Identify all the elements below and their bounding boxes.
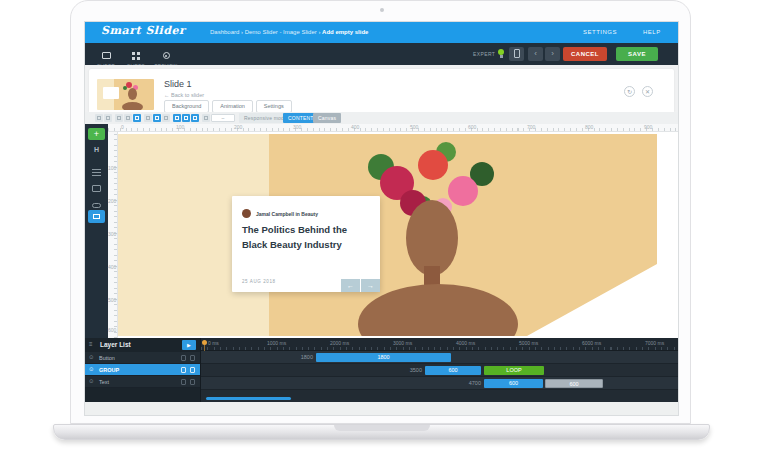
timeline-scrollbar[interactable] [206,397,291,400]
ruler-label: 500 [108,297,116,303]
editor-canvas[interactable]: Jamal Campbell in Beauty The Politics Be… [118,132,678,338]
delete-layer-icon[interactable] [190,355,195,361]
vertical-ruler: 100 200 300 400 500 600 [108,132,118,338]
slide-header-region: Slide 1 ← Back to slider Background Anim… [85,65,678,112]
add-layer-button[interactable]: + [88,128,105,140]
delete-slide-icon[interactable]: ✕ [642,86,653,97]
in-animation-bar[interactable]: 600 [484,379,543,388]
ruler-label: 100 [108,165,116,171]
time-tick-label: 2000 ms [330,340,349,346]
breadcrumb-dashboard[interactable]: Dashboard [210,29,239,35]
ruler-label: 600 [108,327,116,333]
background-wedge [527,264,657,336]
visibility-eye-icon[interactable]: ⊙ [89,354,94,360]
grid-toggle-button[interactable] [202,114,210,122]
valign-top-button[interactable] [144,114,152,122]
timeline-row-text: 4700 600 600 [201,377,678,390]
breadcrumb-current: Add empty slide [322,29,368,35]
in-animation-bar[interactable]: 1800 [316,353,451,362]
settings-link[interactable]: SETTINGS [583,29,617,35]
heading-layer-button[interactable]: H [85,146,108,153]
delay-value: 4700 [426,379,481,388]
flower-shape [448,176,478,206]
slider-arrows: ← → [341,279,380,292]
save-button[interactable]: SAVE [616,47,658,61]
smart-slider-logo[interactable]: Smart Slider [101,24,185,37]
play-animation-button[interactable]: ▶ [182,340,196,350]
timeline-ticks [201,347,678,350]
ruler-label: 200 [108,198,116,204]
cancel-button[interactable]: CANCEL [563,47,607,61]
valign-middle-button[interactable] [153,114,161,122]
device-tablet-button[interactable] [182,114,190,122]
back-to-slider-label: Back to slider [171,92,204,98]
layers-icon [93,214,100,219]
layers-panel-toggle[interactable] [88,210,105,223]
breadcrumb-slider[interactable]: Demo Slider - Image Slider [245,29,317,35]
out-animation-bar[interactable]: 600 [545,379,603,388]
tab-preview[interactable]: PREVIEW [153,45,179,63]
delete-layer-icon[interactable] [190,379,195,385]
undo-icon-button[interactable] [95,114,103,122]
redo-icon-button[interactable] [104,114,112,122]
folder-icon[interactable]: ⊙ [89,366,94,372]
valign-bottom-button[interactable] [162,114,170,122]
time-tick-label: 1000 ms [267,340,286,346]
ruler-label: 400 [108,264,116,270]
thumb-body [122,102,143,110]
delete-layer-icon[interactable] [190,367,195,373]
slides-grid-icon [132,52,135,55]
loop-animation-bar[interactable]: LOOP [484,366,544,375]
layer-list-title: Layer List [100,341,131,348]
previous-arrow-button[interactable]: ← [341,279,360,292]
help-link[interactable]: HELP [643,29,661,35]
layer-row-group[interactable]: ⊙ GROUP [85,364,200,376]
in-animation-bar[interactable]: 600 [425,366,481,375]
ruler-label: 800 [585,124,593,130]
horizontal-ruler: 0 100 200 300 400 500 600 700 800 900 [108,124,678,132]
align-right-button[interactable] [133,114,141,122]
duplicate-layer-icon[interactable] [181,355,186,361]
device-mobile-button[interactable] [191,114,199,122]
slide-artwork[interactable]: Jamal Campbell in Beauty The Politics Be… [118,134,657,336]
author-avatar [242,209,251,218]
layer-row-text[interactable]: ⊙ Text [85,376,200,388]
align-left-button[interactable] [115,114,123,122]
next-arrow-button[interactable]: → [361,279,380,292]
ruler-label: 300 [108,231,116,237]
duplicate-slide-icon[interactable]: ↻ [624,86,635,97]
time-tick-label: 7000 ms [645,340,664,346]
layer-name: Button [99,355,115,361]
duplicate-layer-icon[interactable] [181,379,186,385]
ruler-label: 0 [121,124,124,130]
tab-slides[interactable]: SLIDES [123,45,149,63]
author-byline: Jamal Campbell in Beauty [256,211,318,217]
laptop-bezel: Smart Slider Dashboard › Demo Slider - I… [70,0,691,424]
ruler-label: 700 [527,124,535,130]
zoom-control[interactable]: – [211,114,235,122]
app-screen: Smart Slider Dashboard › Demo Slider - I… [85,22,678,415]
device-desktop-button[interactable] [173,114,181,122]
back-to-slider-link[interactable]: ← Back to slider [164,92,204,98]
slide-thumbnail[interactable] [97,79,154,110]
visibility-eye-icon[interactable]: ⊙ [89,378,94,384]
layer-name: GROUP [99,367,119,373]
expert-label: EXPERT [473,51,495,57]
screen-footer-strip [85,402,678,415]
duplicate-layer-icon[interactable] [181,367,186,373]
undo-button[interactable]: ‹ [528,47,543,61]
tab-slider[interactable]: SLIDER [93,45,119,63]
layer-add-sidebar: + H [85,124,108,338]
article-card-layer[interactable]: Jamal Campbell in Beauty The Politics Be… [232,196,380,292]
expert-toggle-bulb-icon[interactable] [498,49,504,55]
breadcrumb-separator: › [241,29,243,35]
breadcrumb: Dashboard › Demo Slider - Image Slider ›… [210,29,368,35]
layer-row-button[interactable]: ⊙ Button [85,352,200,364]
canvas-mode-button[interactable]: Canvas [313,113,341,123]
align-center-button[interactable] [124,114,132,122]
thumb-leaf [123,86,127,90]
editor-navbar: SLIDER SLIDES PREVIEW EXPERT ‹ › CANCEL … [85,43,678,65]
device-view-button[interactable] [509,47,524,61]
ruler-label: 900 [644,124,652,130]
redo-button[interactable]: › [545,47,560,61]
